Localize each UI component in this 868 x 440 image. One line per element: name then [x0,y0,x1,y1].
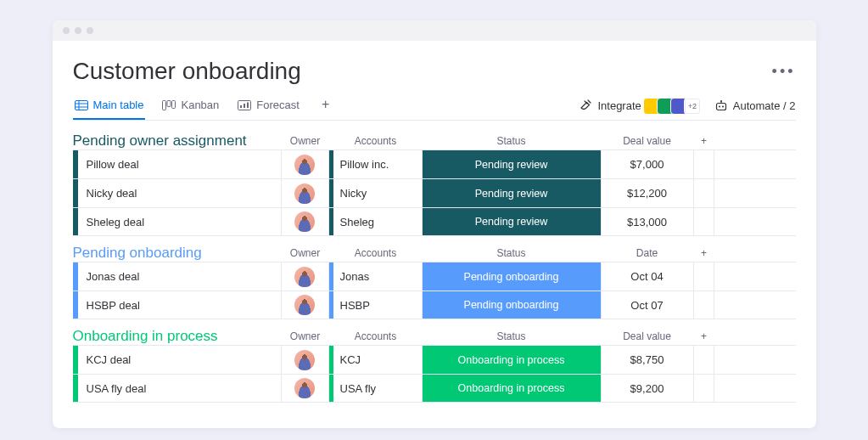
table-row[interactable]: Sheleg dealShelegPending review$13,000 [73,207,796,236]
add-view-button[interactable]: + [316,92,334,120]
row-status-cell[interactable]: Pending review [423,150,601,178]
add-column-button[interactable]: + [694,330,714,342]
row-account-cell[interactable]: Jonas [329,262,423,291]
row-name-cell[interactable]: HSBP deal [78,291,282,319]
row-value-cell[interactable]: Oct 07 [601,291,694,319]
add-column-button[interactable]: + [694,247,714,259]
group: Onboarding in processOwnerAccountsStatus… [73,328,796,403]
table-row[interactable]: Jonas dealJonasPending onboardingOct 04 [73,262,796,291]
column-header-status[interactable]: Status [423,247,601,259]
more-menu[interactable]: ••• [772,63,796,81]
avatar [294,155,315,175]
row-status-cell[interactable]: Pending onboarding [423,262,601,291]
row-owner-cell[interactable] [282,375,329,402]
table-row[interactable]: Nicky dealNickyPending review$12,200 [73,178,796,207]
row-account-cell[interactable]: USA fly [329,375,423,402]
robot-icon [714,100,728,112]
integrate-button[interactable]: Integrate +2 [580,98,700,115]
row-owner-cell[interactable] [282,150,329,178]
row-value-cell[interactable]: $13,000 [601,208,694,235]
svg-rect-11 [716,103,725,110]
integration-extra-count: +2 [684,98,701,115]
column-header-owner[interactable]: Owner [282,330,329,342]
column-header-accounts[interactable]: Accounts [329,247,423,259]
row-extra-cell [694,346,714,374]
tab-kanban[interactable]: Kanban [160,92,221,120]
integration-apps: +2 [647,98,701,115]
view-tabs-row: Main table Kanban Forecast + [73,92,796,121]
row-status-cell[interactable]: Onboarding in process [423,346,601,374]
integrate-label: Integrate [597,99,641,112]
table-row[interactable]: Pillow dealPillow inc.Pending review$7,0… [73,149,796,178]
row-value-cell[interactable]: $9,200 [601,375,694,402]
group-title[interactable]: Onboarding in process [73,328,282,345]
column-header-owner[interactable]: Owner [282,135,329,147]
account-name: Sheleg [333,208,422,235]
svg-point-13 [722,105,724,107]
add-column-button[interactable]: + [694,135,714,147]
kanban-icon [162,99,176,111]
row-account-cell[interactable]: KCJ [329,346,423,374]
row-status-cell[interactable]: Onboarding in process [423,375,601,402]
row-account-cell[interactable]: Pillow inc. [329,150,423,178]
window-chrome [53,20,816,41]
group: Pending onboardingOwnerAccountsStatusDat… [73,245,796,319]
row-account-cell[interactable]: Sheleg [329,208,423,235]
row-value-cell[interactable]: $8,750 [601,346,694,374]
automate-button[interactable]: Automate / 2 [714,99,796,112]
row-account-cell[interactable]: Nicky [329,179,423,207]
row-name-cell[interactable]: Sheleg deal [78,208,282,235]
group-header: Pending onboardingOwnerAccountsStatusDat… [73,245,796,262]
row-status-cell[interactable]: Pending review [423,179,601,207]
table-row[interactable]: USA fly dealUSA flyOnboarding in process… [73,374,796,403]
row-value-cell[interactable]: $7,000 [601,150,694,178]
svg-point-12 [719,105,720,107]
svg-rect-8 [240,105,242,108]
board-title: Customer onboarding [73,58,301,85]
svg-rect-4 [163,100,166,110]
column-header-status[interactable]: Status [423,135,601,147]
avatar [294,183,315,204]
view-tabs: Main table Kanban Forecast + [73,92,335,120]
chart-icon [238,99,251,111]
tab-main-table[interactable]: Main table [73,92,146,120]
column-header-last[interactable]: Deal value [601,135,694,147]
row-extra-cell [694,262,714,291]
row-name-cell[interactable]: KCJ deal [78,346,282,374]
table-row[interactable]: HSBP dealHSBPPending onboardingOct 07 [73,291,796,319]
svg-point-15 [720,100,722,102]
group-title[interactable]: Pending onboarding [73,245,282,262]
column-header-status[interactable]: Status [423,330,601,342]
row-name-cell[interactable]: Jonas deal [78,262,282,291]
tab-forecast[interactable]: Forecast [236,92,301,120]
row-value-cell[interactable]: Oct 04 [601,262,694,291]
row-account-cell[interactable]: HSBP [329,291,423,319]
avatar [294,295,315,315]
row-value-cell[interactable]: $12,200 [601,179,694,207]
avatar [294,267,315,287]
group-header: Onboarding in processOwnerAccountsStatus… [73,328,796,345]
row-name-cell[interactable]: USA fly deal [78,375,282,402]
row-owner-cell[interactable] [282,346,329,374]
row-owner-cell[interactable] [282,291,329,319]
group: Pending owner assignmentOwnerAccountsSta… [73,133,796,236]
row-status-cell[interactable]: Pending review [423,208,601,235]
row-name-cell[interactable]: Nicky deal [78,179,282,207]
group-title[interactable]: Pending owner assignment [73,133,282,149]
column-header-last[interactable]: Deal value [601,330,694,342]
column-header-owner[interactable]: Owner [282,247,329,259]
column-header-accounts[interactable]: Accounts [329,135,423,147]
plug-icon [580,99,592,112]
row-owner-cell[interactable] [282,179,329,207]
row-status-cell[interactable]: Pending onboarding [423,291,601,319]
table-row[interactable]: KCJ dealKCJOnboarding in process$8,750 [73,345,796,374]
board-actions: Integrate +2 Automate / 2 [580,98,795,115]
tab-label: Forecast [256,99,300,111]
table-icon [75,99,88,111]
column-header-last[interactable]: Date [601,247,694,259]
row-owner-cell[interactable] [282,208,329,235]
column-header-accounts[interactable]: Accounts [329,330,423,342]
avatar [294,350,315,370]
row-name-cell[interactable]: Pillow deal [78,150,282,178]
row-owner-cell[interactable] [282,262,329,291]
